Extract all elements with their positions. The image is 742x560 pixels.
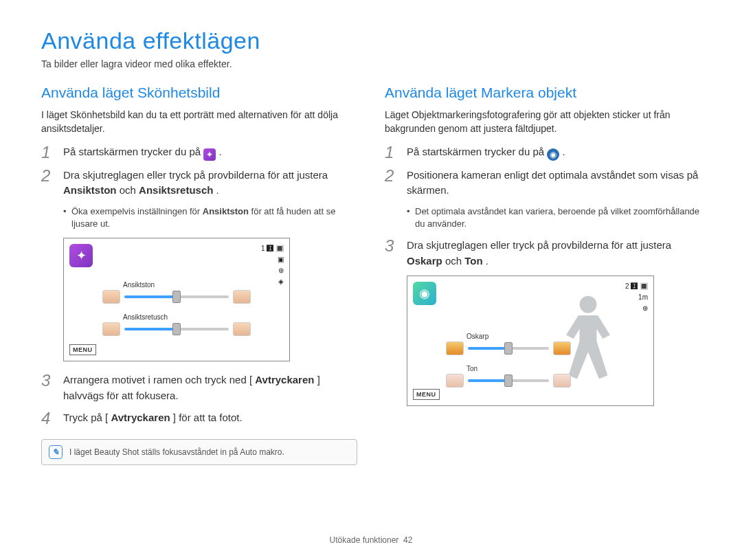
slider-face-retouch[interactable]: Ansiktsretusch [102,313,251,336]
sliders-panel: Oskarp Ton [446,333,571,397]
step4-pre: Tryck på [ [63,412,108,423]
step4-bold: Avtryckaren [111,412,170,423]
step3-pre: Arrangera motivet i ramen och tryck ned … [63,374,252,385]
step2-bold2: Ansiktsretusch [139,184,213,196]
object-mode-icon: ◉ [547,148,559,161]
sliders-panel: Ansiktston Ansiktsretusch [102,281,251,346]
storage-icon: ▣ [261,255,284,265]
step2-pre: Dra skjutreglagen eller tryck på provbil… [63,169,328,181]
status-count: 1 🅸 🔳 [261,244,284,254]
sample-thumb-left[interactable] [102,290,120,304]
sample-thumb-right[interactable] [233,290,251,304]
camera-screen-object: ◉ 2 🅸 🔳 1m ⊛ Oskarp [407,276,654,406]
slider-label: Ansiktsretusch [123,313,251,321]
step-text: Positionera kameran enligt det optimala … [407,168,701,199]
note-box: ✎ I läget Beauty Shot ställs fokusavstån… [41,439,357,465]
sample-thumb-left[interactable] [102,322,120,336]
slider-blur[interactable]: Oskarp [446,333,571,355]
steps-beauty: 1 På startskärmen trycker du på ✦ . 2 Dr… [41,144,357,199]
menu-button[interactable]: MENU [69,344,96,355]
steps-object-2: 3 Dra skjutreglagen eller tryck på provb… [385,238,701,269]
step-number: 2 [41,168,55,199]
step-number: 3 [41,372,55,403]
status-count-value: 1 [261,245,265,252]
slider-label: Oskarp [466,333,571,340]
sample-thumb-left[interactable] [446,341,464,355]
status-column: 2 🅸 🔳 1m ⊛ [625,282,648,315]
step-1: 1 På startskärmen trycker du på ✦ . [41,144,357,161]
step-text: Tryck på [ Avtryckaren ] för att ta foto… [63,410,357,427]
step-text: På startskärmen trycker du på ✦ . [63,144,357,161]
footer-page-number: 42 [403,535,412,545]
status-count: 2 🅸 🔳 [625,282,648,291]
bullet-bold: Ansiktston [203,206,249,216]
step-number: 1 [41,144,55,161]
object-mode-badge-icon: ◉ [413,282,436,305]
step-number: 1 [385,144,398,161]
steps-object: 1 På startskärmen trycker du på ◉ . 2 Po… [385,144,701,199]
step1-prefix: På startskärmen trycker du på [407,146,547,157]
steps-beauty-continued: 3 Arrangera motivet i ramen och tryck ne… [41,372,357,427]
step-text: Dra skjutreglagen eller tryck på provbil… [63,168,357,199]
step2-end: . [216,184,219,196]
left-column: Använda läget Skönhetsbild I läget Skönh… [41,85,357,465]
step-3: 3 Arrangera motivet i ramen och tryck ne… [41,372,357,403]
status-column: 1 🅸 🔳 ▣ ⊛ ◈ [261,244,284,288]
slider-track[interactable] [468,379,549,382]
step-2: 2 Dra skjutreglagen eller tryck på provb… [41,168,357,199]
step-number: 3 [385,238,398,269]
right-column: Använda läget Markera objekt Läget Objek… [385,85,701,465]
step4-post: ] för att ta fotot. [173,412,243,423]
bullet-item: Det optimala avståndet kan variera, bero… [407,205,701,232]
sample-thumb-right[interactable] [553,374,571,388]
section-heading-beauty: Använda läget Skönhetsbild [41,85,357,101]
step1-prefix: På startskärmen trycker du på [63,146,203,157]
section-heading-object: Använda läget Markera objekt [385,85,701,101]
status-distance: 1m [625,293,648,302]
slider-label: Ton [466,365,571,372]
content-columns: Använda läget Skönhetsbild I läget Skönh… [41,85,701,465]
step3-bold: Avtryckaren [255,374,314,385]
step3-bold2: Ton [464,255,482,267]
step-number: 2 [385,168,398,199]
slider-track[interactable] [468,347,549,350]
bullet-item: Öka exempelvis inställningen för Ansikts… [63,205,357,232]
flash-icon: ⊛ [261,266,284,276]
slider-face-tone[interactable]: Ansiktston [102,281,251,304]
step-text: Arrangera motivet i ramen och tryck ned … [63,372,357,403]
bullet-pre: Öka exempelvis inställningen för [71,206,203,216]
step2-bold1: Ansiktston [63,184,117,196]
sample-thumb-left[interactable] [446,374,464,388]
footer-section: Utökade funktioner [330,535,399,545]
page-title: Använda effektlägen [41,27,701,54]
step1-suffix: . [562,146,565,157]
page-subtitle: Ta bilder eller lagra videor med olika e… [41,58,701,69]
step1-suffix: . [218,146,221,157]
step-2: 2 Positionera kameran enligt det optimal… [385,168,701,199]
step2-mid: och [120,184,139,196]
step-4: 4 Tryck på [ Avtryckaren ] för att ta fo… [41,410,357,427]
step3-mid: och [445,255,464,267]
slider-tone[interactable]: Ton [446,365,571,388]
camera-screen-beauty: ✦ 1 🅸 🔳 ▣ ⊛ ◈ Ansiktston [63,238,290,361]
note-icon: ✎ [49,445,63,459]
section-intro-object: Läget Objektmarkeringsfotografering gör … [385,108,701,136]
section-intro-beauty: I läget Skönhetsbild kan du ta ett portr… [41,108,357,136]
beauty-mode-icon: ✦ [203,148,216,161]
step-text: På startskärmen trycker du på ◉ . [407,144,701,161]
page-footer: Utökade funktioner 42 [0,535,742,545]
menu-button[interactable]: MENU [413,389,440,400]
step3-bold1: Oskarp [407,255,442,267]
sample-thumb-right[interactable] [233,322,251,336]
step3-end: . [486,255,488,267]
slider-label: Ansiktston [123,281,251,289]
sample-thumb-right[interactable] [553,341,571,355]
step3-pre: Dra skjutreglagen eller tryck på provbil… [407,239,671,251]
slider-track[interactable] [124,295,229,298]
step-text: Dra skjutreglagen eller tryck på provbil… [407,238,701,269]
step-3: 3 Dra skjutreglagen eller tryck på provb… [385,238,701,269]
slider-track[interactable] [124,328,229,331]
flash-icon: ⊛ [625,304,648,313]
note-text: I läget Beauty Shot ställs fokusavstånde… [69,447,284,457]
bullet-list-beauty: Öka exempelvis inställningen för Ansikts… [63,205,357,232]
